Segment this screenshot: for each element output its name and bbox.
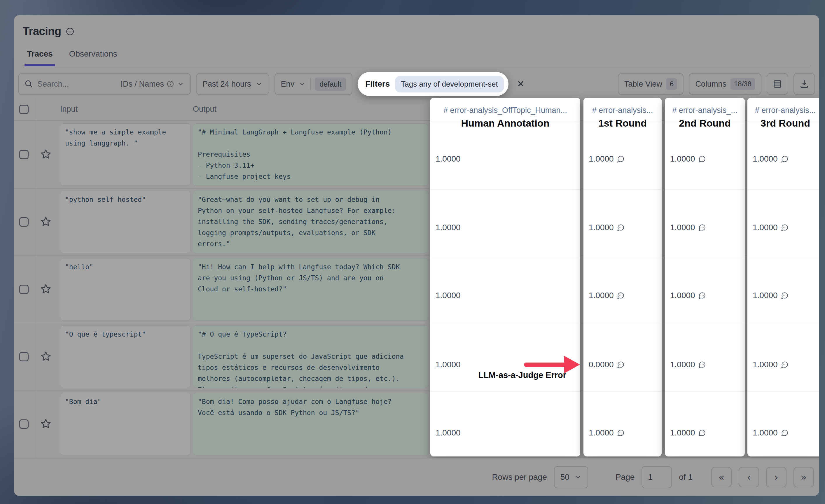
score-value[interactable]: 1.0000 — [753, 154, 789, 164]
comment-icon[interactable] — [698, 429, 706, 437]
score-value[interactable]: 1.0000 — [670, 359, 706, 370]
page-total-label: of 1 — [679, 473, 692, 482]
comment-icon[interactable] — [617, 429, 624, 437]
score-value[interactable]: 1.0000 — [753, 359, 789, 370]
comment-icon[interactable] — [698, 155, 706, 163]
comment-icon[interactable] — [617, 292, 624, 300]
score-column-card: # error-analysis_... 2nd Round 1.0000 1.… — [665, 98, 745, 456]
round-annotation-label: 1st Round — [584, 117, 662, 129]
round-annotation-label: 3rd Round — [747, 117, 819, 129]
table-footer: Rows per page 50 Page 1 of 1 « ‹ › » — [14, 458, 819, 496]
chevron-down-icon — [574, 473, 582, 481]
score-column-header[interactable]: # error-analysis_... — [667, 106, 743, 115]
score-value[interactable]: 1.0000 — [436, 428, 461, 438]
comment-icon[interactable] — [617, 224, 624, 232]
comment-icon[interactable] — [617, 361, 624, 369]
rows-per-page-label: Rows per page — [492, 473, 547, 482]
comment-icon[interactable] — [698, 292, 706, 300]
comment-icon[interactable] — [781, 224, 789, 232]
row-separator — [747, 257, 819, 257]
comment-icon[interactable] — [698, 224, 706, 232]
previous-page-button[interactable]: ‹ — [739, 467, 759, 487]
round-annotation-label: 2nd Round — [665, 117, 745, 129]
row-separator — [584, 324, 662, 324]
score-value[interactable]: 1.0000 — [436, 154, 461, 164]
row-separator — [584, 257, 662, 257]
tracing-modal: Tracing TracesObservations Search. — [14, 15, 819, 496]
score-columns-overlay: # error-analysis_OffTopic_Human... Human… — [14, 15, 819, 496]
score-column-card: # error-analysis... 3rd Round 1.0000 1.0… — [747, 98, 819, 456]
row-separator — [430, 324, 580, 324]
score-value[interactable]: 0.0000 — [589, 359, 624, 370]
score-column-header[interactable]: # error-analysis... — [749, 106, 819, 115]
annotation-arrow — [524, 362, 566, 367]
score-value[interactable]: 1.0000 — [589, 428, 624, 438]
score-value[interactable]: 1.0000 — [589, 290, 624, 301]
comment-icon[interactable] — [781, 429, 789, 437]
last-page-button[interactable]: » — [794, 467, 814, 487]
comment-icon[interactable] — [781, 361, 789, 369]
score-value[interactable]: 1.0000 — [753, 290, 789, 301]
comment-icon[interactable] — [617, 155, 624, 163]
round-annotation-label: Human Annotation — [430, 117, 580, 129]
score-value[interactable]: 1.0000 — [436, 290, 461, 301]
row-separator — [665, 257, 745, 257]
next-page-button[interactable]: › — [766, 467, 786, 487]
rows-per-page-select[interactable]: 50 — [554, 466, 588, 488]
row-separator — [430, 257, 580, 257]
score-value[interactable]: 1.0000 — [670, 290, 706, 301]
first-page-button[interactable]: « — [711, 467, 732, 487]
page-label: Page — [615, 473, 634, 482]
annotation-arrow-label: LLM-as-a-Judge Error — [468, 370, 566, 380]
score-value[interactable]: 1.0000 — [436, 359, 461, 370]
score-column-card: # error-analysis... 1st Round 1.0000 1.0… — [584, 98, 662, 456]
score-value[interactable]: 1.0000 — [589, 154, 624, 164]
row-separator — [665, 324, 745, 324]
score-column-card: # error-analysis_OffTopic_Human... Human… — [430, 98, 580, 456]
annotation-arrow-head — [564, 356, 580, 373]
score-value[interactable]: 1.0000 — [753, 222, 789, 233]
page-number-input[interactable]: 1 — [642, 466, 672, 488]
comment-icon[interactable] — [781, 155, 789, 163]
score-value[interactable]: 1.0000 — [670, 154, 706, 164]
score-value[interactable]: 1.0000 — [670, 428, 706, 438]
score-value[interactable]: 1.0000 — [753, 428, 789, 438]
row-separator — [747, 324, 819, 324]
score-value[interactable]: 1.0000 — [670, 222, 706, 233]
comment-icon[interactable] — [698, 361, 706, 369]
desktop-background: Tracing TracesObservations Search. — [0, 0, 825, 504]
score-column-header[interactable]: # error-analysis_OffTopic_Human... — [432, 106, 579, 115]
score-value[interactable]: 1.0000 — [589, 222, 624, 233]
score-value[interactable]: 1.0000 — [436, 222, 461, 233]
score-column-header[interactable]: # error-analysis... — [585, 106, 660, 115]
comment-icon[interactable] — [781, 292, 789, 300]
